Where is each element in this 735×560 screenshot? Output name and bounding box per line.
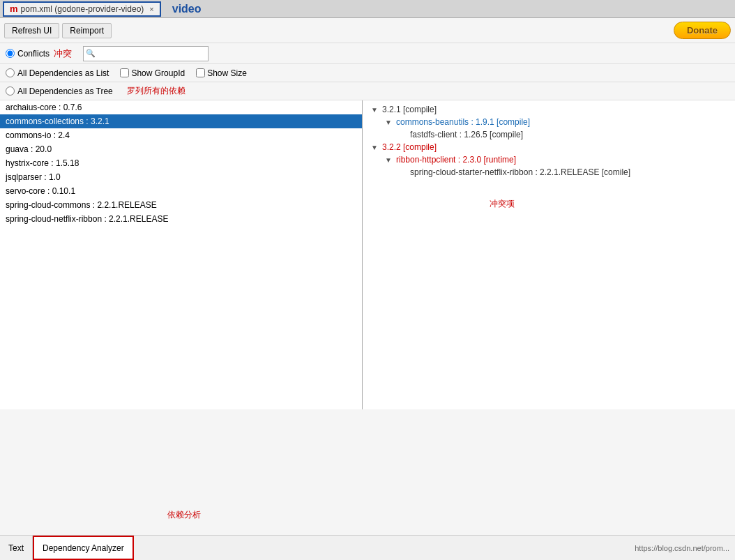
dep-item[interactable]: commons-io : 2.4 xyxy=(0,128,362,142)
options-row-tree: All Dependencies as Tree 罗列所有的依赖 xyxy=(0,82,735,100)
show-size-label[interactable]: Show Size xyxy=(196,68,247,78)
conflicts-label: Conflicts xyxy=(17,49,50,59)
tree-item: spring-cloud-starter-netflix-ribbon : 2.… xyxy=(363,166,735,179)
toolbar: Refresh UI Reimport Donate xyxy=(0,18,735,43)
text-tab[interactable]: Text xyxy=(0,536,33,560)
reimport-button[interactable]: Reimport xyxy=(62,23,112,38)
dependency-analyzer-tab[interactable]: Dependency Analyzer xyxy=(33,536,134,560)
tab-extra-title: video xyxy=(172,3,202,15)
list-all-deps-note: 罗列所有的依赖 xyxy=(127,85,185,97)
options-row-conflicts: Conflicts 冲突 🔍 xyxy=(0,43,735,64)
dep-item[interactable]: commons-collections : 3.2.1 xyxy=(0,114,362,128)
right-panel: ▼3.2.1 [compile]▼commons-beanutils : 1.9… xyxy=(363,100,735,409)
main-content-wrap: 冲突项 archaius-core : 0.7.6commons-collect… xyxy=(0,100,735,547)
all-deps-list-text: All Dependencies as List xyxy=(17,68,109,78)
tree-chevron-icon[interactable]: ▼ xyxy=(385,156,393,164)
options-row-list: All Dependencies as List Show GroupId Sh… xyxy=(0,64,735,82)
show-groupid-label[interactable]: Show GroupId xyxy=(120,68,185,78)
dep-analyzer-note: 依赖分析 xyxy=(167,509,201,521)
pom-tab[interactable]: m pom.xml (godone-provider-video) × xyxy=(3,1,161,17)
tree-item: ▼3.2.2 [compile] xyxy=(363,141,735,153)
dep-item[interactable]: spring-cloud-commons : 2.2.1.RELEASE xyxy=(0,198,362,212)
left-panel: archaius-core : 0.7.6commons-collections… xyxy=(0,100,363,409)
tree-item: ▼commons-beanutils : 1.9.1 [compile] xyxy=(363,116,735,128)
toolbar-left: Refresh UI Reimport xyxy=(4,23,112,38)
all-deps-tree-text: All Dependencies as Tree xyxy=(17,86,113,96)
search-icon: 🔍 xyxy=(86,49,96,58)
conflicts-radio[interactable] xyxy=(6,49,15,58)
search-input[interactable] xyxy=(83,46,209,61)
conflicts-chinese: 冲突 xyxy=(54,47,72,60)
tree-chevron-icon[interactable]: ▼ xyxy=(385,119,393,126)
all-deps-list-label[interactable]: All Dependencies as List xyxy=(6,68,109,78)
status-url: https://blog.csdn.net/prom... xyxy=(635,544,729,552)
main-content: archaius-core : 0.7.6commons-collections… xyxy=(0,100,735,409)
show-groupid-checkbox[interactable] xyxy=(120,68,129,77)
tree-item: fastdfs-client : 1.26.5 [compile] xyxy=(363,128,735,141)
dep-item[interactable]: servo-core : 0.10.1 xyxy=(0,184,362,198)
tree-chevron-icon[interactable]: ▼ xyxy=(371,144,379,151)
status-bar: Text Dependency Analyzer https://blog.cs… xyxy=(0,535,735,560)
all-deps-tree-label[interactable]: All Dependencies as Tree xyxy=(6,86,113,96)
donate-button[interactable]: Donate xyxy=(674,22,731,39)
search-wrap: 🔍 xyxy=(83,46,209,61)
dep-item[interactable]: hystrix-core : 1.5.18 xyxy=(0,156,362,170)
tree-item: ▼3.2.1 [compile] xyxy=(363,103,735,116)
tree-item: ▼ribbon-httpclient : 2.3.0 [runtime] xyxy=(363,153,735,166)
dep-item[interactable]: spring-cloud-netflix-ribbon : 2.2.1.RELE… xyxy=(0,212,362,226)
dep-item[interactable]: jsqlparser : 1.0 xyxy=(0,170,362,184)
refresh-ui-button[interactable]: Refresh UI xyxy=(4,23,59,38)
dep-item[interactable]: guava : 20.0 xyxy=(0,142,362,156)
all-deps-list-radio[interactable] xyxy=(6,68,15,77)
dep-item[interactable]: archaius-core : 0.7.6 xyxy=(0,100,362,114)
tab-bar: m pom.xml (godone-provider-video) × vide… xyxy=(0,0,735,18)
conflict-header-label: 冲突项 xyxy=(474,197,530,211)
tab-title: pom.xml (godone-provider-video) xyxy=(21,4,144,14)
conflicts-radio-label[interactable]: Conflicts xyxy=(6,49,50,59)
tab-close-btn[interactable]: × xyxy=(149,5,153,13)
tab-icon: m xyxy=(10,3,18,14)
all-deps-tree-radio[interactable] xyxy=(6,86,15,96)
show-size-checkbox[interactable] xyxy=(196,68,205,77)
tree-chevron-icon[interactable]: ▼ xyxy=(371,106,379,114)
